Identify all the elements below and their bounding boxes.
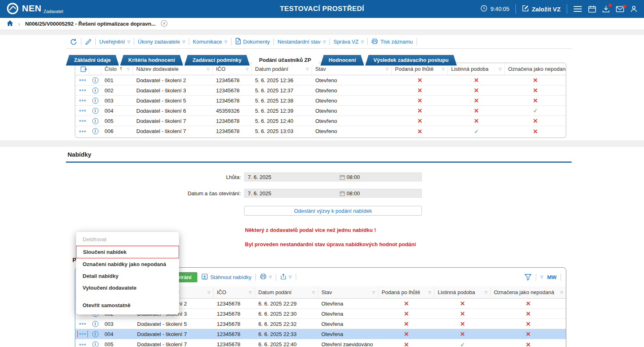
cell-ico: 12345678 [214, 311, 255, 317]
info-icon[interactable]: i [92, 118, 98, 124]
context-menu-item[interactable]: Označení nabídky jako nepodaná [76, 258, 179, 270]
tab-3[interactable]: Zadávací podmínky [184, 55, 250, 65]
filter-dropdown-icon[interactable]: ▽ [372, 290, 378, 295]
cell-stav: Otevřeno [312, 87, 392, 94]
send-call-button[interactable]: Odeslání výzvy k podání nabídek [244, 206, 422, 216]
row-menu-button[interactable] [78, 97, 87, 104]
user-profile-icon[interactable] [630, 5, 637, 13]
filter-dropdown-icon[interactable]: ▽ [207, 290, 213, 295]
view-mode-label[interactable]: MW [547, 274, 557, 280]
info-icon[interactable]: i [92, 341, 98, 347]
cell-datum: 6. 6. 2025 22:33 [255, 331, 318, 337]
filter-dropdown-icon[interactable]: ▽ [386, 67, 391, 71]
info-icon[interactable]: i [92, 321, 98, 327]
tab-5[interactable]: Hodnocení [321, 55, 364, 65]
download-offers-button[interactable]: Stáhnout nabídky [201, 273, 251, 281]
row-menu-button[interactable] [78, 321, 87, 327]
filter-dropdown-icon[interactable]: ▽ [499, 67, 504, 71]
toolbar-item[interactable]: Úkony zadavatele▽ [138, 39, 185, 45]
filter-dropdown-icon[interactable]: ▽ [485, 290, 490, 295]
row-menu-button[interactable] [78, 87, 87, 94]
row-menu-button[interactable] [78, 77, 87, 83]
tab-1[interactable]: Základní údaje [66, 55, 119, 65]
context-menu-item[interactable]: Otevřít samostatně [76, 299, 179, 311]
toolbar-item[interactable]: Komunikace▽ [193, 39, 227, 45]
filter-dropdown-icon[interactable]: ▽ [560, 290, 566, 295]
chevron-down-icon[interactable]: ▽ [540, 275, 543, 279]
filter-dropdown-icon[interactable]: ▽ [127, 67, 133, 71]
table-row[interactable]: i003Dodavatel - školení 5123456786. 6. 2… [75, 319, 566, 329]
edit-record-icon[interactable] [85, 39, 92, 45]
context-menu-item[interactable]: Sloučení nabídek [76, 246, 179, 258]
back-icon[interactable] [70, 38, 77, 46]
tab-6[interactable]: Výsledek zadávacího postupu [365, 55, 457, 65]
mail-icon[interactable] [616, 6, 624, 12]
filter-dropdown-icon[interactable]: ▽ [312, 290, 318, 295]
filter-dropdown-icon[interactable]: ▽ [207, 67, 212, 71]
cell-datum: 6. 6. 2025 22:29 [255, 301, 318, 307]
download-tray-icon[interactable] [602, 5, 610, 13]
column-header-nepodana[interactable]: Označena jako nepodaná▽ [491, 286, 566, 298]
column-header-listinna[interactable]: Listinná podoba▽ [434, 286, 491, 298]
table-row[interactable]: i006Dodavatel - školení 7123456785. 6. 2… [75, 126, 566, 136]
tab-2[interactable]: Kritéria hodnocení [120, 55, 183, 65]
toolbar-item[interactable]: Uveřejnění▽ [99, 39, 130, 45]
table-row[interactable]: i002Dodavatel - školení 3123456785. 6. 2… [75, 85, 566, 96]
filter-dropdown-icon[interactable]: ▽ [306, 67, 312, 71]
deadline-field[interactable]: 7. 6. 2025 08:00 [244, 172, 422, 181]
calendar-icon[interactable] [588, 5, 596, 13]
table-row[interactable]: i005Dodavatel - školení 7123456785. 6. 2… [75, 116, 566, 126]
calendar-picker-icon[interactable] [337, 191, 347, 196]
opening-field[interactable]: 7. 6. 2025 08:00 [244, 189, 422, 198]
table-row[interactable]: i001Dodavatel - školení 2123456785. 6. 2… [75, 75, 566, 85]
deadline-time-value[interactable]: 08:00 [347, 174, 360, 180]
filter-dropdown-icon[interactable]: ▽ [246, 67, 251, 71]
print-button[interactable]: ▽ [260, 273, 272, 281]
info-icon[interactable]: i [92, 331, 98, 337]
cross-icon: × [460, 300, 465, 307]
row-menu-button[interactable] [78, 128, 87, 135]
separator [276, 274, 276, 281]
info-icon[interactable]: i [92, 108, 98, 114]
context-menu-item[interactable]: Detail nabídky [76, 270, 179, 282]
info-icon[interactable]: i [92, 77, 98, 83]
table-row[interactable]: i004Dodavatel - školení 7123456786. 6. 2… [75, 329, 566, 339]
toolbar-item[interactable]: Nestandardní stav▽ [277, 39, 325, 45]
column-header-datum[interactable]: Datum podání▽ [255, 286, 318, 298]
toolbar-item[interactable]: Správa VZ▽ [334, 39, 364, 45]
tab-4[interactable]: Podání účastníků ZP [251, 55, 319, 65]
row-menu-button[interactable] [78, 118, 87, 124]
filter-dropdown-icon[interactable]: ▽ [442, 67, 448, 71]
deadline-date-value[interactable]: 7. 6. 2025 [245, 174, 337, 180]
export-button[interactable]: ▽ [280, 273, 292, 281]
app-logo[interactable]: NEN Zadavatel [7, 2, 63, 16]
column-header-ico[interactable]: IČO▽ [214, 286, 255, 298]
opening-date-value[interactable]: 7. 6. 2025 [245, 190, 337, 196]
row-menu-button[interactable] [78, 107, 87, 114]
row-menu-button[interactable] [78, 341, 87, 347]
row-menu-button[interactable] [78, 331, 87, 337]
info-icon[interactable]: i [92, 87, 98, 94]
table-row[interactable]: i005Dodavatel - školení 7123456786. 6. 2… [75, 339, 566, 347]
breadcrumb-item[interactable]: N006/25/V00005292 - Řešení optimalizace … [25, 21, 156, 27]
calendar-picker-icon[interactable] [337, 175, 347, 180]
toolbar-item[interactable]: Tisk záznamu [371, 38, 413, 46]
info-icon[interactable]: i [92, 128, 98, 134]
create-vz-button[interactable]: Založit VZ [522, 5, 561, 13]
context-menu-item[interactable]: Vyloučení dodavatele [76, 282, 179, 294]
table-row[interactable]: i004Dodavatel - školení 6453593265. 6. 2… [75, 106, 566, 116]
close-tab-icon[interactable] [161, 20, 168, 28]
table-row[interactable]: i003Dodavatel - školení 5123456785. 6. 2… [75, 96, 566, 106]
column-header-stav[interactable]: Stav▽ [318, 286, 378, 298]
filter-dropdown-icon[interactable]: ▽ [249, 290, 255, 295]
filter-funnel-icon[interactable] [524, 274, 532, 280]
info-icon[interactable]: i [92, 98, 98, 104]
separator [189, 38, 189, 45]
time-value: 9:40:05 [490, 6, 509, 12]
opening-time-value[interactable]: 08:00 [347, 190, 360, 196]
menu-hamburger-icon[interactable] [573, 6, 582, 12]
filter-dropdown-icon[interactable]: ▽ [428, 290, 434, 295]
home-icon[interactable] [7, 20, 13, 28]
column-header-po-lhute[interactable]: Podaná po lhůtě▽ [378, 286, 434, 298]
toolbar-item[interactable]: Dokumenty [235, 38, 270, 46]
